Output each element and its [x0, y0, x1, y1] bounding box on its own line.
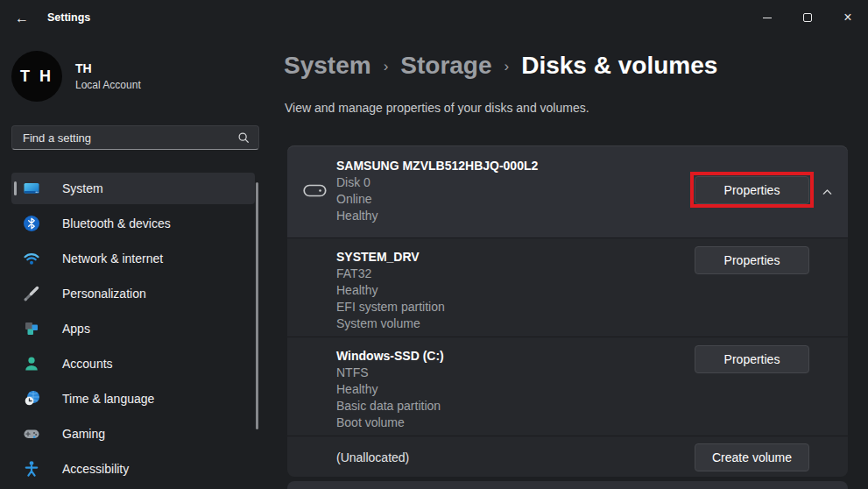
volume-row-system-drv: SYSTEM_DRV FAT32 Healthy EFI system part…: [287, 237, 848, 337]
close-button[interactable]: ×: [828, 0, 868, 35]
volume-line: NTFS: [336, 365, 444, 381]
disk-info: SAMSUNG MZVLB512HBJQ-000L2 Disk 0 Online…: [336, 158, 538, 224]
maximize-icon: [803, 13, 812, 22]
chevron-right-icon: ›: [505, 58, 510, 75]
volume-title: SYSTEM_DRV: [336, 249, 445, 266]
avatar: T H: [11, 51, 62, 102]
account-text: TH Local Account: [75, 61, 141, 91]
next-disk-card-partial[interactable]: [287, 481, 848, 489]
window-title: Settings: [47, 0, 90, 35]
personalization-icon: [23, 285, 40, 302]
search-icon: [237, 131, 250, 144]
sidebar-item-apps[interactable]: Apps: [11, 313, 255, 344]
sidebar-item-label: Bluetooth & devices: [62, 216, 171, 230]
volume-line: Healthy: [336, 381, 444, 398]
sidebar-item-network-internet[interactable]: Network & internet: [11, 243, 255, 274]
volume-title: Windows-SSD (C:): [336, 348, 444, 365]
account-profile[interactable]: T H TH Local Account: [11, 49, 265, 103]
sidebar-item-accessibility[interactable]: Accessibility: [11, 453, 255, 485]
window-controls: ×: [747, 0, 868, 35]
volume-line: Healthy: [336, 282, 445, 299]
sidebar-item-system[interactable]: System: [11, 173, 255, 204]
back-icon: ←: [15, 11, 29, 26]
disk-properties-button[interactable]: Properties: [695, 176, 809, 204]
volume-line: FAT32: [336, 266, 445, 282]
sidebar-item-label: Accessibility: [62, 462, 129, 476]
breadcrumb-item-storage[interactable]: Storage: [400, 52, 491, 80]
account-type: Local Account: [75, 79, 141, 91]
accessibility-icon: [23, 460, 40, 478]
disk-line: Online: [336, 191, 538, 208]
disk-line: Healthy: [336, 208, 538, 224]
close-icon: ×: [843, 11, 851, 25]
sidebar-item-accounts[interactable]: Accounts: [11, 348, 255, 379]
volume-properties-button[interactable]: Properties: [695, 246, 809, 274]
disk-header-row[interactable]: SAMSUNG MZVLB512HBJQ-000L2 Disk 0 Online…: [287, 145, 848, 237]
disk-card: SAMSUNG MZVLB512HBJQ-000L2 Disk 0 Online…: [287, 145, 848, 477]
account-name: TH: [75, 61, 141, 75]
volume-line: System volume: [336, 315, 445, 332]
volume-line: Boot volume: [336, 415, 444, 431]
disk-title: SAMSUNG MZVLB512HBJQ-000L2: [336, 158, 538, 174]
minimize-icon: [763, 18, 772, 18]
disk-line: Disk 0: [336, 174, 538, 191]
time-language-icon: [23, 390, 40, 408]
back-button[interactable]: ←: [7, 7, 37, 30]
disk-icon: [303, 181, 327, 204]
sidebar-item-label: Accounts: [62, 357, 113, 371]
volume-row-unallocated: (Unallocated) Create volume: [287, 436, 848, 477]
apps-icon: [23, 320, 40, 337]
page-title: Disks & volumes: [521, 52, 717, 80]
sidebar-item-label: System: [62, 181, 103, 195]
volume-info: SYSTEM_DRV FAT32 Healthy EFI system part…: [336, 249, 445, 332]
maximize-button[interactable]: [787, 0, 828, 35]
sidebar-item-label: Gaming: [62, 427, 105, 441]
sidebar-item-time-language[interactable]: Time & language: [11, 383, 255, 415]
create-volume-button[interactable]: Create volume: [695, 443, 809, 471]
search-input[interactable]: [12, 131, 237, 145]
minimize-button[interactable]: [747, 0, 787, 35]
sidebar-nav: System Bluetooth & devices Network & int…: [0, 173, 265, 488]
page-description: View and manage properties of your disks…: [285, 101, 589, 115]
collapse-chevron-up-icon[interactable]: [818, 183, 836, 201]
sidebar-item-label: Network & internet: [62, 252, 163, 266]
volume-info: Windows-SSD (C:) NTFS Healthy Basic data…: [336, 348, 444, 431]
titlebar: ← Settings ×: [0, 0, 868, 35]
sidebar-item-label: Personalization: [62, 287, 146, 301]
gaming-icon: [23, 425, 40, 443]
breadcrumb: System › Storage › Disks & volumes: [284, 52, 717, 80]
selection-indicator: [14, 181, 17, 195]
bluetooth-icon: [23, 215, 40, 232]
sidebar-scrollbar[interactable]: [256, 182, 258, 429]
sidebar-item-bluetooth-devices[interactable]: Bluetooth & devices: [11, 208, 255, 239]
chevron-right-icon: ›: [384, 58, 389, 75]
accounts-icon: [23, 355, 40, 372]
network-icon: [23, 250, 40, 267]
unallocated-label: (Unallocated): [336, 436, 409, 478]
sidebar-item-label: Apps: [62, 322, 90, 336]
volume-line: Basic data partition: [336, 398, 444, 415]
sidebar-item-gaming[interactable]: Gaming: [11, 418, 255, 450]
volume-row-windows-ssd: Windows-SSD (C:) NTFS Healthy Basic data…: [287, 337, 848, 436]
sidebar-item-personalization[interactable]: Personalization: [11, 278, 255, 309]
breadcrumb-item-system[interactable]: System: [284, 52, 371, 80]
volume-properties-button[interactable]: Properties: [695, 345, 809, 373]
sidebar-item-label: Time & language: [62, 392, 154, 406]
volume-line: EFI system partition: [336, 299, 445, 315]
search-box[interactable]: [11, 125, 259, 150]
system-icon: [23, 180, 40, 197]
settings-window: ← Settings × T H TH Local Account System: [0, 0, 868, 489]
